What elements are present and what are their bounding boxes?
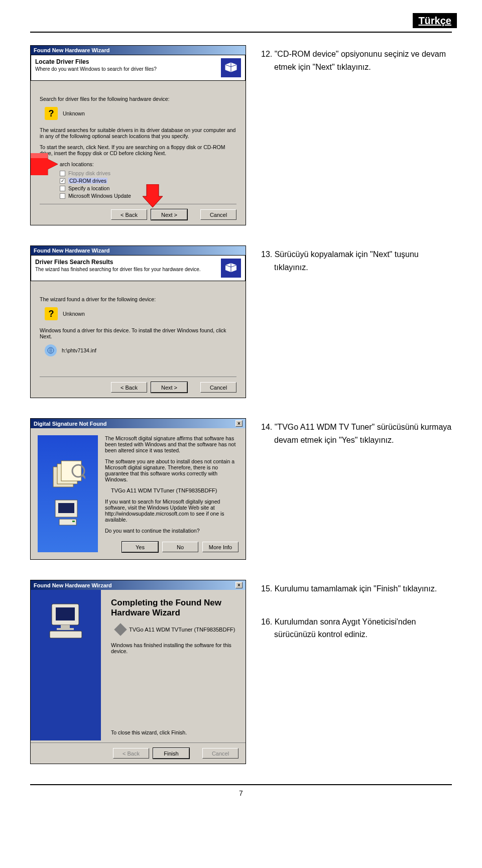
dialog-titlebar: Digital Signature Not Found ×: [31, 419, 246, 428]
wizard-text: Search for driver files for the followin…: [40, 96, 236, 102]
svg-marker-2: [31, 153, 48, 158]
wizard-text: To start the search, click Next. If you …: [40, 144, 236, 156]
cancel-button[interactable]: Cancel: [200, 209, 236, 220]
step-16-text: 16. Kurulumdan sonra Aygıt Yöneticisi'nd…: [274, 615, 452, 641]
step-12-row: Found New Hardware Wizard Locate Driver …: [30, 45, 452, 225]
dialog-side-graphic: [31, 590, 101, 740]
page-number: 7: [30, 789, 452, 797]
svg-rect-13: [72, 521, 75, 522]
dialog-digital-signature: Digital Signature Not Found ×: [30, 418, 246, 560]
sig-text: If you want to search for Microsoft digi…: [105, 499, 238, 523]
complete-title: Completing the Found New Hardware Wizard: [111, 598, 235, 618]
option-floppy[interactable]: Floppy disk drives: [60, 170, 236, 176]
checkbox-icon: ✓: [60, 178, 65, 184]
cancel-button: Cancel: [202, 748, 238, 759]
unknown-device-icon: ?: [45, 307, 58, 320]
wizard-text: Windows found a driver for this device. …: [40, 327, 236, 339]
back-button: < Back: [113, 748, 149, 759]
svg-rect-17: [57, 628, 74, 630]
product-name: TVGo A11 WDM TVTuner (TNF9835BDFF): [111, 487, 238, 493]
dialog-side-graphic: [38, 435, 98, 552]
inf-path: h:\phtv7134.inf: [62, 347, 96, 353]
svg-marker-3: [143, 184, 163, 207]
complete-text: Windows has finished installing the soft…: [111, 642, 235, 654]
wizard-subheading: The wizard has finished searching for dr…: [35, 267, 221, 272]
option-label: Microsoft Windows Update: [68, 193, 131, 199]
dialog-search-results: Found New Hardware Wizard Driver Files S…: [30, 245, 246, 398]
back-button[interactable]: < Back: [111, 209, 147, 220]
close-icon[interactable]: ×: [235, 582, 243, 588]
dialog-titlebar: Found New Hardware Wizard: [31, 246, 246, 255]
device-name: Unknown: [63, 110, 85, 116]
inf-file-icon: [45, 344, 57, 356]
next-button[interactable]: Next >: [151, 209, 187, 220]
wizard-text: The wizard searches for suitable drivers…: [40, 127, 236, 139]
next-button[interactable]: Next >: [151, 382, 187, 393]
wizard-heading: Driver Files Search Results: [35, 259, 221, 266]
unknown-device-icon: ?: [45, 107, 58, 120]
step-15-text: 15. Kurulumu tamamlamak için "Finish" tı…: [269, 580, 452, 641]
step-13-row: Found New Hardware Wizard Driver Files S…: [30, 245, 452, 398]
close-hint: To close this wizard, click Finish.: [111, 729, 187, 735]
dialog-locate-driver: Found New Hardware Wizard Locate Driver …: [30, 45, 246, 225]
option-cdrom[interactable]: ✓ CD-ROM drives: [60, 178, 236, 184]
device-name: Unknown: [63, 311, 85, 317]
more-info-button[interactable]: More Info: [202, 542, 238, 552]
wizard-subheading: Where do you want Windows to search for …: [35, 66, 221, 72]
language-badge: Türkçe: [413, 15, 457, 27]
option-label: Specify a location: [68, 185, 109, 191]
red-arrow-icon: [143, 184, 163, 208]
svg-rect-18: [50, 631, 82, 638]
step-14-text: 14. "TVGo A11 WDM TV Tuner" sürücüsünü k…: [269, 418, 452, 446]
dialog-title: Digital Signature Not Found: [34, 421, 106, 427]
locations-label: arch locations:: [60, 161, 236, 167]
dialog-titlebar: Found New Hardware Wizard: [31, 46, 246, 55]
divider-top: [30, 32, 452, 33]
finish-button[interactable]: Finish: [153, 748, 189, 759]
svg-line-9: [82, 475, 85, 480]
divider-bottom: [30, 784, 452, 785]
sig-text: The Microsoft digital signature affirms …: [105, 435, 238, 453]
option-label: CD-ROM drives: [68, 178, 107, 184]
language-badge-text: Türkçe: [413, 13, 457, 28]
option-label: Floppy disk drives: [68, 170, 110, 176]
checkbox-icon: [60, 193, 65, 199]
yes-button[interactable]: Yes: [122, 542, 158, 552]
back-button[interactable]: < Back: [111, 382, 147, 393]
step-12-text: 12. "CD-ROM device" opsiyonunu seçiniz v…: [269, 45, 452, 73]
svg-rect-15: [56, 607, 75, 621]
cancel-button[interactable]: Cancel: [200, 382, 236, 393]
no-button[interactable]: No: [162, 542, 198, 552]
red-arrow-icon: [31, 153, 59, 175]
svg-rect-16: [61, 625, 70, 628]
step-14-row: Digital Signature Not Found ×: [30, 418, 452, 560]
dialog-title: Found New Hardware Wizard: [34, 247, 109, 254]
svg-rect-11: [58, 503, 74, 513]
dialog-title: Found New Hardware Wirzard: [34, 582, 112, 588]
device-icon: [114, 623, 127, 636]
dialog-title: Found New Hardware Wizard: [34, 47, 109, 53]
dialog-completing-wizard: Found New Hardware Wirzard × Completing …: [30, 580, 246, 764]
sig-text: The software you are about to install do…: [105, 458, 238, 482]
step-15-row: Found New Hardware Wirzard × Completing …: [30, 580, 452, 764]
wizard-header-icon: [221, 259, 241, 278]
svg-rect-7: [61, 461, 81, 481]
wizard-heading: Locate Driver Files: [35, 58, 221, 65]
sig-text: Do you want to continue the installation…: [105, 528, 238, 534]
checkbox-icon: [60, 171, 65, 176]
close-icon[interactable]: ×: [235, 420, 243, 427]
checkbox-icon: [60, 186, 65, 191]
wizard-header-icon: [221, 58, 241, 77]
dialog-titlebar: Found New Hardware Wirzard ×: [31, 580, 246, 590]
wizard-text: The wizard found a driver for the follow…: [40, 296, 236, 302]
device-name: TVGo A11 WDM TVTuner (TNF9835BDFF): [129, 627, 235, 633]
step-13-text: 13. Sürücüyü kopyalamak için "Next" tuşu…: [269, 245, 452, 274]
